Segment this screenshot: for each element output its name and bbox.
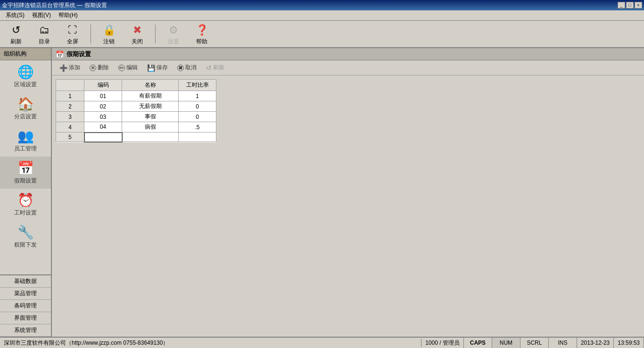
main-layout: 组织机构 🌐 区域设置 🏠 分店设置 👥 员工管理 📅 假期设置 ⏰ 工时设置 …: [0, 48, 644, 337]
sidebar-bottom: 基础数据 菜品管理 条码管理 界面管理 系统管理: [0, 274, 51, 337]
add-icon: ➕: [59, 64, 67, 72]
add-button[interactable]: ➕ 添加: [56, 62, 84, 73]
status-caps: CAPS: [464, 338, 492, 348]
toolbar-help[interactable]: ❓ 帮助: [190, 23, 214, 46]
help-icon: ❓: [194, 23, 209, 38]
clock-icon: ⏰: [17, 192, 34, 208]
people-icon: 👥: [17, 128, 34, 144]
table-row[interactable]: 404病假.5: [56, 122, 216, 133]
toolbar-separator-2: [155, 25, 156, 43]
panel-title: 假期设置: [66, 50, 91, 58]
table-row[interactable]: 202无薪假期0: [56, 101, 216, 112]
home-icon: 🏠: [17, 96, 34, 112]
panel-header-icon: 📅: [56, 50, 64, 58]
sidebar-bottom-basic[interactable]: 基础数据: [0, 275, 51, 288]
cell-name: 有薪假期: [122, 91, 179, 101]
settings-icon: ⚙: [166, 23, 181, 38]
table-container: 编码 名称 工时比率 101有薪假期1202无薪假期0303事假0404病假.5…: [52, 75, 644, 337]
content-area: 📅 假期设置 ➕ 添加 ✕ 删除 ✏ 编辑 💾 保存 ✖ 取消: [52, 48, 644, 337]
sidebar-item-workhour[interactable]: ⏰ 工时设置: [0, 189, 51, 221]
status-time: 13:59:53: [614, 338, 644, 348]
toolbar-close[interactable]: ✖ 关闭: [125, 23, 149, 46]
cell-row-num: 2: [56, 101, 84, 112]
toolbar-fullscreen[interactable]: ⛶ 全屏: [60, 23, 85, 46]
col-header-rate: 工时比率: [179, 80, 216, 91]
sidebar: 组织机构 🌐 区域设置 🏠 分店设置 👥 员工管理 📅 假期设置 ⏰ 工时设置 …: [0, 48, 52, 337]
cell-row-num: 1: [56, 91, 84, 101]
cell-row-num: 5: [56, 133, 84, 142]
table-row[interactable]: 5: [56, 133, 216, 142]
cell-code: 02: [84, 101, 122, 112]
cell-name: [122, 133, 179, 142]
menu-system[interactable]: 系统(S): [2, 10, 28, 20]
cell-code-edit[interactable]: [84, 133, 122, 142]
panel-header: 📅 假期设置: [52, 48, 644, 60]
toolbar-separator-1: [91, 25, 91, 43]
cell-rate: 0: [179, 112, 216, 122]
status-ins: INS: [549, 338, 577, 348]
data-table: 编码 名称 工时比率 101有薪假期1202无薪假期0303事假0404病假.5…: [56, 79, 216, 142]
toolbar-logout[interactable]: 🔒 注销: [97, 23, 121, 46]
table-row[interactable]: 101有薪假期1: [56, 91, 216, 101]
toolbar: ↺ 刷新 🗂 目录 ⛶ 全屏 🔒 注销 ✖ 关闭 ⚙ 设置 ❓ 帮助: [0, 21, 644, 48]
cell-name: 无薪假期: [122, 101, 179, 112]
title-bar: 金宇招牌连锁店后台管理系统 — 假期设置 _ □ ×: [0, 0, 644, 10]
close-icon: ✖: [130, 23, 145, 38]
toolbar-settings[interactable]: ⚙ 设置: [161, 23, 186, 46]
sidebar-item-employee[interactable]: 👥 员工管理: [0, 124, 51, 157]
cell-row-num: 3: [56, 112, 84, 122]
sidebar-item-permission[interactable]: 🔧 权限下发: [0, 221, 51, 253]
col-header-code: 编码: [84, 80, 122, 91]
sidebar-bottom-interface[interactable]: 界面管理: [0, 312, 51, 324]
sidebar-bottom-barcode[interactable]: 条码管理: [0, 300, 51, 312]
menu-help[interactable]: 帮助(H): [55, 10, 82, 20]
cell-code: 04: [84, 122, 122, 133]
cancel-button[interactable]: ✖ 取消: [173, 62, 200, 73]
cell-code: 01: [84, 91, 122, 101]
status-company: 深圳市三度软件有限公司（http://www.jzzp.com 0755-836…: [0, 339, 421, 347]
toolbar-refresh[interactable]: ↺ 刷新: [4, 23, 28, 46]
save-button[interactable]: 💾 保存: [143, 62, 172, 73]
window-controls[interactable]: _ □ ×: [618, 2, 642, 8]
cell-rate: [179, 133, 216, 142]
table-row[interactable]: 303事假0: [56, 112, 216, 122]
refresh-action-button: ↺ 刷新: [202, 62, 228, 73]
edit-button[interactable]: ✏ 编辑: [115, 62, 141, 73]
minimize-button[interactable]: _: [618, 2, 625, 8]
calendar-icon: 📅: [17, 160, 34, 176]
status-bar: 深圳市三度软件有限公司（http://www.jzzp.com 0755-836…: [0, 337, 644, 348]
menu-bar: 系统(S) 视图(V) 帮助(H): [0, 10, 644, 21]
sidebar-bottom-menu[interactable]: 菜品管理: [0, 288, 51, 300]
status-user: 1000 / 管理员: [421, 338, 464, 348]
sidebar-item-region[interactable]: 🌐 区域设置: [0, 60, 51, 92]
col-header-name: 名称: [122, 80, 179, 91]
close-window-button[interactable]: ×: [635, 2, 642, 8]
maximize-button[interactable]: □: [626, 2, 634, 8]
globe-icon: 🌐: [17, 64, 34, 80]
save-icon: 💾: [147, 64, 155, 72]
fullscreen-icon: ⛶: [65, 23, 80, 38]
sidebar-bottom-system[interactable]: 系统管理: [0, 324, 51, 337]
menu-view[interactable]: 视图(V): [28, 10, 55, 20]
delete-button[interactable]: ✕ 删除: [86, 62, 113, 73]
edit-icon: ✏: [118, 65, 125, 71]
sidebar-item-holiday[interactable]: 📅 假期设置: [0, 157, 51, 189]
permission-icon: 🔧: [17, 224, 34, 240]
toolbar-catalog[interactable]: 🗂 目录: [32, 23, 57, 46]
logout-icon: 🔒: [101, 23, 116, 38]
sidebar-item-branch[interactable]: 🏠 分店设置: [0, 92, 51, 124]
cell-row-num: 4: [56, 122, 84, 133]
status-scrl: SCRL: [520, 338, 549, 348]
status-date: 2013-12-23: [577, 338, 614, 348]
action-bar: ➕ 添加 ✕ 删除 ✏ 编辑 💾 保存 ✖ 取消 ↺ 刷新: [52, 60, 644, 75]
cell-rate: 1: [179, 91, 216, 101]
app-title: 金宇招牌连锁店后台管理系统 — 假期设置: [2, 1, 107, 9]
cell-name: 病假: [122, 122, 179, 133]
refresh-icon: ↺: [8, 23, 24, 38]
cell-rate: 0: [179, 101, 216, 112]
refresh-action-icon: ↺: [206, 64, 212, 72]
sidebar-section-header: 组织机构: [0, 48, 51, 60]
col-header-rownum: [56, 80, 84, 91]
catalog-icon: 🗂: [37, 23, 52, 38]
cancel-icon: ✖: [177, 65, 184, 71]
